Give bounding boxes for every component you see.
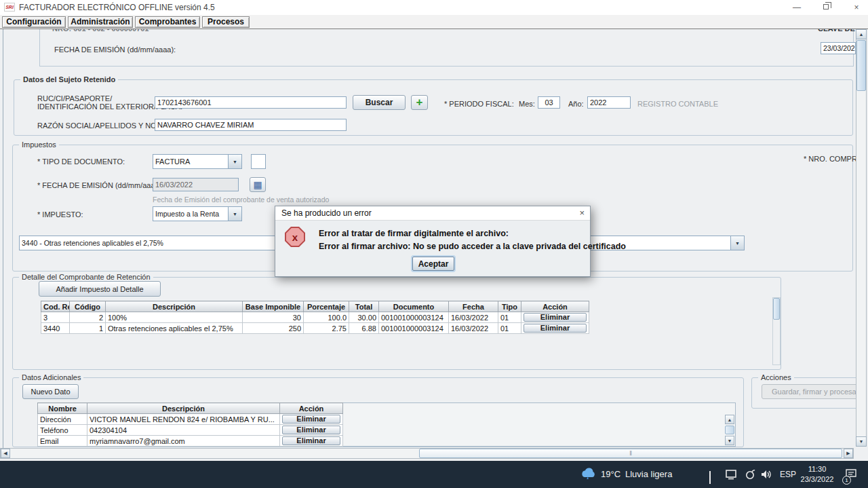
main-scroll-up-button[interactable]: ▲ — [856, 29, 867, 39]
top-group-bottom-border — [39, 66, 854, 67]
menu-administracion[interactable]: Administración — [68, 16, 133, 28]
table-row: 3440 1 Otras retenciones aplicables el 2… — [41, 323, 589, 334]
meet-now-icon[interactable] — [745, 469, 755, 480]
main-scroll-left-button[interactable]: ◀ — [1, 449, 10, 458]
app-icon: SRI — [4, 3, 15, 12]
col-tipo[interactable]: Tipo — [498, 301, 521, 312]
plus-icon: + — [416, 96, 423, 109]
weather-description[interactable]: Lluvia ligera — [625, 469, 672, 479]
fecha-help-text: Fecha de Emisión del comprobante de vent… — [153, 195, 329, 204]
col-base-imponible[interactable]: Base Imponible — [243, 301, 304, 312]
fecha-emision-impuesto-field[interactable]: 16/03/2022 — [153, 178, 239, 191]
col-total[interactable]: Total — [349, 301, 379, 312]
detalle-table: Cod. Reten. Código Descripción Base Impo… — [41, 301, 589, 334]
eliminar-button[interactable]: Eliminar — [282, 415, 340, 424]
col-accion-adicional[interactable]: Acción — [280, 403, 343, 414]
arrow-down-icon: ▼ — [728, 438, 732, 443]
volume-icon[interactable] — [761, 469, 773, 480]
grip-icon: ‖ — [629, 450, 632, 457]
add-sujeto-button[interactable]: + — [411, 95, 428, 110]
menu-configuracion[interactable]: Configuración — [2, 16, 66, 28]
weather-temp[interactable]: 19°C — [601, 469, 620, 479]
adicionales-scroll-up-button[interactable]: ▲ — [725, 415, 734, 424]
error-message-line2: Error al firmar archivo: No se pudo acce… — [319, 242, 626, 251]
fecha-emision-header-field[interactable]: 23/03/2022 — [821, 42, 856, 54]
taskbar-clock[interactable]: 11:30 23/3/2022 — [797, 464, 837, 485]
col-codigo[interactable]: Código — [70, 301, 106, 312]
documento-codigo-field[interactable] — [251, 154, 266, 169]
calendar-button[interactable]: ▦ — [250, 177, 266, 192]
panel-left-edge — [3, 29, 3, 459]
adicionales-scrollbar-thumb[interactable] — [725, 426, 734, 434]
col-cod-reten[interactable]: Cod. Reten. — [41, 301, 70, 312]
col-descripcion-adicional[interactable]: Descripción — [87, 403, 280, 414]
fecha-emision-impuesto-label: * FECHA DE EMISIÓN (dd/mm/aaaa): — [37, 181, 163, 189]
group-impuestos-title: Impuestos — [19, 140, 59, 149]
chevron-down-icon[interactable]: ▼ — [730, 236, 744, 250]
chevron-up-icon — [709, 471, 711, 484]
clock-date: 23/3/2022 — [797, 474, 837, 485]
error-dialog-titlebar[interactable]: Se ha producido un error × — [275, 206, 590, 221]
anadir-impuesto-button[interactable]: Añadir Impuesto al Detalle — [39, 281, 161, 297]
network-display-icon[interactable] — [726, 469, 738, 480]
impuesto-combo[interactable]: Impuesto a la Renta ▼ — [153, 206, 242, 221]
adicionales-header-row: Nombre Descripción Acción — [38, 403, 343, 414]
arrow-up-icon: ▲ — [728, 417, 732, 422]
eliminar-button[interactable]: Eliminar — [282, 426, 340, 434]
ruc-input[interactable]: 1702143676001 — [155, 96, 347, 109]
periodo-fiscal-label: * PERIODO FISCAL: — [444, 100, 514, 108]
main-vscrollbar-thumb[interactable] — [856, 40, 866, 91]
screen: SRI FACTURADOR ELECTRÓNICO OFFLINE versi… — [0, 0, 868, 488]
calendar-icon: ▦ — [253, 179, 262, 190]
main-vscrollbar-track[interactable] — [856, 29, 867, 447]
eliminar-button[interactable]: Eliminar — [524, 313, 587, 322]
tipo-documento-label: * TIPO DE DOCUMENTO: — [37, 157, 125, 166]
chevron-down-icon[interactable]: ▼ — [228, 155, 241, 168]
menu-comprobantes[interactable]: Comprobantes — [135, 16, 200, 28]
tray-expand-button[interactable] — [709, 472, 711, 485]
aceptar-button[interactable]: Aceptar — [412, 257, 454, 271]
col-fecha[interactable]: Fecha — [449, 301, 498, 312]
group-acciones-title: Acciones — [758, 373, 794, 381]
tipo-documento-combo[interactable]: FACTURA ▼ — [153, 154, 242, 169]
nuevo-dato-button[interactable]: Nuevo Dato — [22, 384, 79, 399]
menu-procesos[interactable]: Procesos — [202, 16, 250, 28]
list-item: Dirección VICTOR MANUEL RENDON 824 e/ RI… — [38, 414, 343, 425]
error-dialog-title: Se ha producido un error — [281, 208, 372, 218]
error-dialog: Se ha producido un error × x Error al tr… — [275, 206, 591, 277]
close-button[interactable]: × — [845, 0, 868, 15]
anio-label: Año: — [568, 100, 584, 108]
eliminar-button[interactable]: Eliminar — [524, 324, 587, 333]
main-hscrollbar-thumb[interactable]: ‖ — [419, 449, 842, 458]
razon-social-input[interactable]: NAVARRO CHAVEZ MIRIAM — [155, 119, 347, 131]
adicionales-scroll-down-button[interactable]: ▼ — [725, 436, 734, 445]
col-nombre[interactable]: Nombre — [38, 403, 87, 414]
col-descripcion[interactable]: Descripción — [106, 301, 243, 312]
col-accion[interactable]: Acción — [521, 301, 589, 312]
fecha-emision-label: FECHA DE EMISIÓN (dd/mm/aaaa): — [54, 45, 176, 54]
language-indicator[interactable]: ESP — [780, 470, 796, 479]
main-scroll-right-button[interactable]: ▶ — [844, 449, 853, 458]
window-titlebar: SRI FACTURADOR ELECTRÓNICO OFFLINE versi… — [0, 0, 868, 15]
buscar-button[interactable]: Buscar — [353, 95, 406, 110]
col-documento[interactable]: Documento — [379, 301, 449, 312]
guardar-firmar-button[interactable]: Guardar, firmar y procesa — [762, 384, 860, 399]
ruc-label-line1: RUC/CI/PASAPORTE/ — [37, 94, 112, 102]
weather-cloud-icon[interactable] — [580, 468, 597, 479]
taskbar: e X f SRi — [0, 461, 868, 488]
detalle-scrollbar-thumb[interactable] — [773, 298, 780, 320]
anio-input[interactable]: 2022 — [587, 96, 631, 109]
mes-input[interactable]: 03 — [538, 96, 560, 109]
col-porcentaje[interactable]: Porcentaje — [304, 301, 349, 312]
dialog-close-button[interactable]: × — [579, 208, 585, 218]
chevron-down-icon[interactable]: ▼ — [228, 207, 241, 221]
arrow-down-icon: ▼ — [859, 439, 864, 444]
eliminar-button[interactable]: Eliminar — [282, 436, 340, 445]
error-icon: x — [285, 227, 305, 247]
minimize-button[interactable]: — — [785, 0, 808, 15]
restore-button[interactable] — [815, 0, 838, 15]
arrow-left-icon: ◀ — [3, 451, 7, 456]
list-item: Teléfono 042304104 Eliminar — [38, 425, 343, 436]
group-sujeto-title: Datos del Sujeto Retenido — [20, 75, 118, 83]
main-scroll-down-button[interactable]: ▼ — [856, 436, 867, 447]
